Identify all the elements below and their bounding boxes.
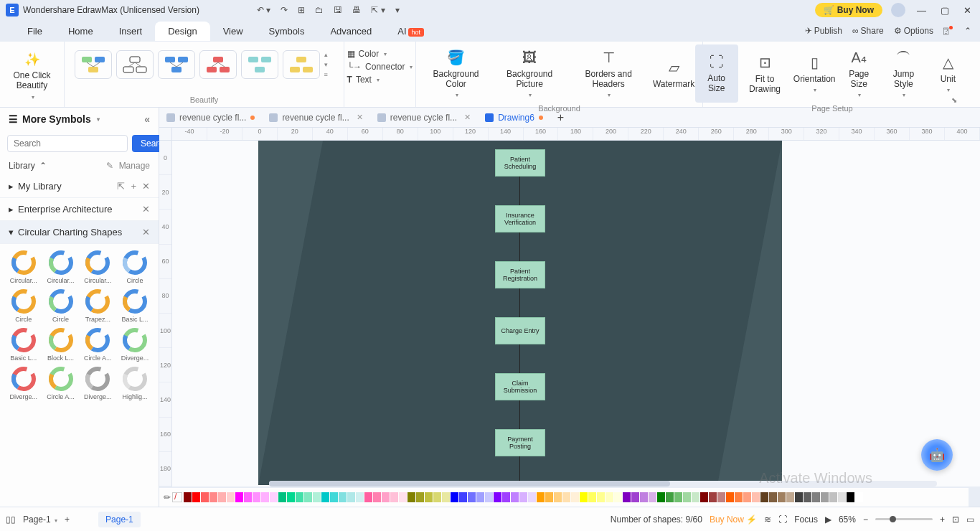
color-swatch[interactable] <box>459 492 467 502</box>
theme-item[interactable] <box>241 50 278 79</box>
color-swatch[interactable] <box>769 492 777 502</box>
color-swatch[interactable] <box>804 492 811 502</box>
shape-thumbnail[interactable]: Diverge... <box>80 365 116 400</box>
help-icon[interactable]: ⍰ <box>943 26 954 36</box>
color-swatch[interactable] <box>296 492 303 502</box>
color-swatch[interactable] <box>356 492 364 502</box>
tab-file[interactable]: File <box>14 22 55 41</box>
color-swatch[interactable] <box>786 492 794 502</box>
color-swatch[interactable] <box>580 492 588 502</box>
color-swatch[interactable] <box>588 492 596 502</box>
tab-advanced[interactable]: Advanced <box>317 22 385 41</box>
text-dropdown[interactable]: TText▾ <box>347 75 413 85</box>
color-swatch[interactable] <box>278 492 286 502</box>
tab-home[interactable]: Home <box>55 22 106 41</box>
color-swatch[interactable] <box>485 492 493 502</box>
color-swatch[interactable] <box>554 492 562 502</box>
dialog-launcher-icon[interactable]: ⬊ <box>951 96 957 104</box>
close-icon[interactable]: ✕ <box>142 204 150 215</box>
color-swatch[interactable] <box>347 492 355 502</box>
page-selector[interactable]: Page-1 ▾ <box>23 514 57 525</box>
color-swatch[interactable] <box>494 492 501 502</box>
color-swatch[interactable] <box>760 492 768 502</box>
color-swatch[interactable] <box>674 492 682 502</box>
color-swatch[interactable] <box>717 492 725 502</box>
watermark-button[interactable]: ▱Watermark <box>649 44 698 103</box>
library-category-active[interactable]: ▾Circular Charting Shapes✕ <box>0 221 159 244</box>
color-swatch[interactable] <box>683 492 691 502</box>
color-swatch[interactable] <box>209 492 217 502</box>
shape-thumbnail[interactable]: Circular... <box>80 248 116 284</box>
shape-thumbnail[interactable]: Circular... <box>43 248 79 284</box>
color-swatch[interactable] <box>855 492 863 502</box>
color-swatch[interactable] <box>528 492 536 502</box>
fit-drawing-button[interactable]: ⊡Fit to Drawing <box>738 44 792 103</box>
color-swatch[interactable] <box>218 492 226 502</box>
borders-headers-button[interactable]: ⊤Borders and Headers▾ <box>567 44 649 103</box>
more-symbols-label[interactable]: More Symbols <box>22 113 91 125</box>
shape-thumbnail[interactable]: Block L... <box>43 326 79 362</box>
buy-now-button[interactable]: 🛒Buy Now <box>815 3 882 17</box>
color-swatch[interactable] <box>476 492 484 502</box>
color-swatch[interactable] <box>227 492 235 502</box>
shape-thumbnail[interactable]: Circular... <box>6 248 42 284</box>
zoom-in-button[interactable]: + <box>940 514 945 525</box>
color-swatch[interactable] <box>606 492 613 502</box>
doc-tab[interactable]: revenue cycle fl...✕ <box>370 108 478 127</box>
shape-thumbnail[interactable]: Trapez... <box>80 287 116 323</box>
color-swatch[interactable] <box>390 492 398 502</box>
color-swatch[interactable] <box>304 492 312 502</box>
tab-view[interactable]: View <box>210 22 256 41</box>
color-swatch[interactable] <box>847 492 854 502</box>
color-swatch[interactable] <box>511 492 519 502</box>
buy-now-link[interactable]: Buy Now ⚡ <box>710 514 757 525</box>
page-tab[interactable]: Page-1 <box>98 512 141 527</box>
color-swatch[interactable] <box>649 492 656 502</box>
color-swatch[interactable] <box>778 492 786 502</box>
color-swatch[interactable] <box>502 492 510 502</box>
color-swatch[interactable] <box>545 492 553 502</box>
color-swatch[interactable] <box>692 492 699 502</box>
fullscreen-icon[interactable]: ⛶ <box>778 514 787 525</box>
theme-item[interactable] <box>199 50 237 79</box>
unit-button[interactable]: △Unit▾ <box>926 44 969 103</box>
zoom-slider[interactable] <box>875 518 933 520</box>
focus-label[interactable]: Focus <box>794 514 818 525</box>
canvas[interactable]: Patient Scheduling Insurance Verificatio… <box>172 141 980 487</box>
add-icon[interactable]: + <box>131 181 136 192</box>
library-label[interactable]: Library <box>9 161 35 171</box>
no-color-swatch[interactable] <box>172 492 182 502</box>
color-swatch[interactable] <box>416 492 424 502</box>
shape-thumbnail[interactable]: Basic L... <box>6 326 42 362</box>
share-link[interactable]: ∞ Share <box>852 26 884 36</box>
connector-dropdown[interactable]: └→Connector▾ <box>347 62 413 72</box>
shape-thumbnail[interactable]: Basic L... <box>117 287 153 323</box>
new-icon[interactable]: ⊞ <box>298 5 305 15</box>
minimize-button[interactable]: — <box>914 5 929 16</box>
maximize-button[interactable]: ▢ <box>938 5 952 16</box>
one-click-beautify-button[interactable]: ✨ One Click Beautify ▾ <box>4 44 61 100</box>
color-swatch[interactable] <box>666 492 674 502</box>
flow-node[interactable]: Insurance Verification <box>495 205 545 232</box>
print-icon[interactable]: 🖶 <box>352 5 361 15</box>
edit-icon[interactable]: ✎ <box>106 161 113 171</box>
color-swatch[interactable] <box>640 492 648 502</box>
tab-ai[interactable]: AIhot <box>385 22 437 41</box>
jump-style-button[interactable]: ⏜Jump Style▾ <box>880 44 926 103</box>
more-icon[interactable]: ▾ <box>395 5 400 15</box>
close-tab-icon[interactable]: ✕ <box>464 113 471 122</box>
save-icon[interactable]: 🖫 <box>334 5 342 15</box>
doc-tab[interactable]: revenue cycle fl...✕ <box>262 108 369 127</box>
color-swatch[interactable] <box>700 492 708 502</box>
presentation-icon[interactable]: ▶ <box>825 514 831 525</box>
shape-thumbnail[interactable]: Circle <box>6 287 42 323</box>
color-swatch[interactable] <box>537 492 545 502</box>
shape-thumbnail[interactable]: Highlig... <box>117 365 153 400</box>
color-swatch[interactable] <box>468 492 476 502</box>
theme-item[interactable] <box>75 50 112 79</box>
redo-icon[interactable]: ↷ <box>281 5 288 15</box>
horizontal-scrollbar[interactable] <box>269 481 937 487</box>
pages-icon[interactable]: ▯▯ <box>6 514 16 525</box>
color-swatch[interactable] <box>201 492 209 502</box>
collapse-sidebar-icon[interactable]: « <box>144 113 150 125</box>
